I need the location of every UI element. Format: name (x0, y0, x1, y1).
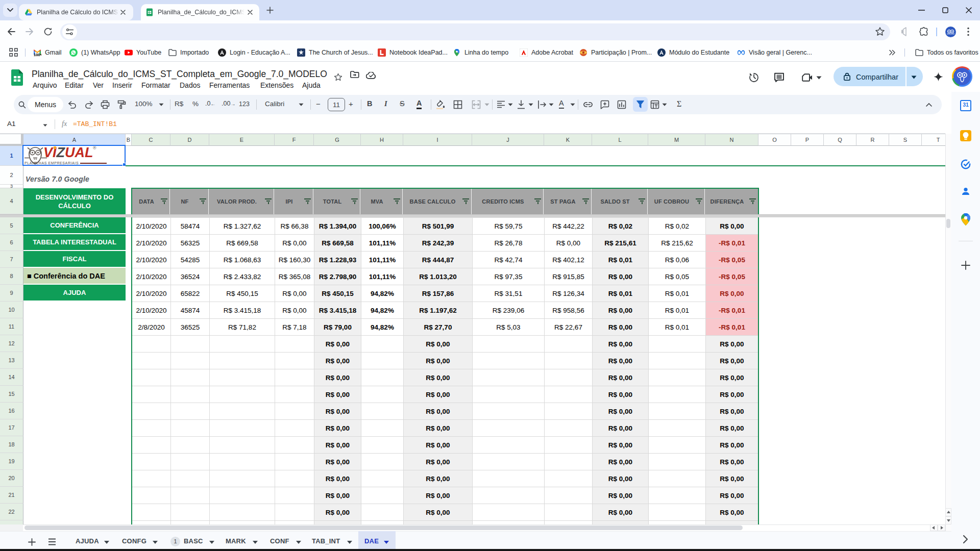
svg-text:100+: 100+ (34, 53, 41, 57)
